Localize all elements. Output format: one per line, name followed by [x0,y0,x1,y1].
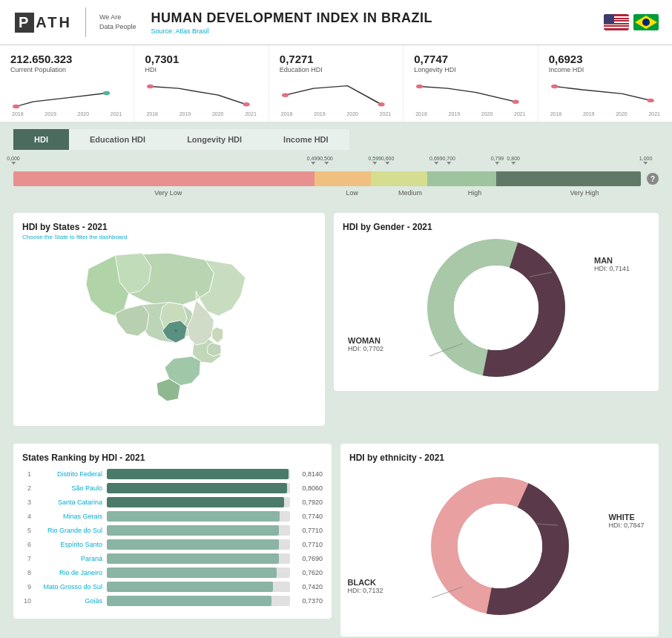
tab-income_hdi[interactable]: Income HDI [263,129,349,150]
bar-fill [107,539,279,550]
svg-point-9 [416,85,423,88]
scale-marker-0,800: 0,800 [507,156,520,165]
bar-value: 0,8140 [294,470,323,478]
scale-cat-label-medium: Medium [381,189,439,197]
brazil-flag[interactable] [633,14,659,30]
bar-value: 0,7710 [294,527,323,534]
help-icon[interactable]: ? [647,173,659,185]
bar-row-9: 9 Mato Grosso do Sul 0,7420 [22,582,323,592]
woman-label: WOMAN HDI: 0,7702 [348,336,383,352]
sparkline-income_hdi: 2018201920202021 [549,76,662,117]
gender-donut-svg [422,234,570,382]
us-flag[interactable] [604,14,629,30]
ethnicity-card: HDI by ethnicity - 2021 WHITE HDI: 0,784… [340,444,659,637]
bar-name: Distrito Federal [36,470,102,478]
bottom-row: States Ranking by HDI - 2021 1 Distrito … [0,444,672,638]
gender-title: HDI by Gender - 2021 [343,222,650,232]
tab-hdi[interactable]: HDI [13,129,69,150]
tabs-row: HDIEducation HDILongevity HDIIncome HDI [0,122,672,150]
metric-card-hdi: 0,7301 HDI 2018201920202021 [134,45,269,122]
scale-marker-0,699: 0,699 [429,156,443,165]
scale-cat-label-very-low: Very Low [13,189,323,197]
metric-label-income_hdi: Income HDI [549,66,662,73]
bar-rank: 4 [22,513,31,520]
svg-point-7 [282,93,289,97]
brazil-map[interactable] [22,246,316,417]
states-ranking-col: States Ranking by HDI - 2021 1 Distrito … [13,444,332,637]
map-subtitle: Choose the State to filter the dashboard [22,234,316,240]
bar-name: São Paulo [36,484,102,492]
bar-track [107,497,290,507]
scale-segment [427,171,496,186]
bar-fill [107,568,277,578]
sparkline-education_hdi: 2018201920202021 [280,76,392,117]
scale-marker-0,700: 0,700 [442,156,455,165]
bar-name: Santa Catarina [36,499,102,506]
bar-row-2: 2 São Paulo 0,8060 [22,483,323,493]
flag-area [604,14,659,30]
tab-longevity_hdi[interactable]: Longevity HDI [166,129,263,150]
svg-point-12 [647,99,653,102]
bar-fill [107,582,273,592]
bar-row-7: 7 Paraná 0,7690 [22,553,323,564]
gender-card: HDI by Gender - 2021 MAN [334,213,659,391]
bar-value: 0,7920 [294,499,323,506]
bar-card: States Ranking by HDI - 2021 1 Distrito … [13,444,332,619]
svg-point-8 [378,102,384,106]
svg-point-13 [174,329,177,332]
bar-rank: 2 [22,484,31,492]
bar-track [107,582,290,592]
metric-label-longevity_hdi: Longevity HDI [414,66,527,73]
bar-rank: 1 [22,470,31,478]
bar-fill [107,497,284,507]
bar-rank: 8 [22,569,31,576]
bar-value: 0,7740 [294,513,323,520]
bar-name: Goiás [36,597,102,605]
bar-value: 0,8060 [294,484,323,492]
metric-value-hdi: 0,7301 [145,53,257,65]
bar-track [107,483,290,493]
bar-row-5: 5 Rio Grande do Sul 0,7710 [22,525,323,536]
scale-top-labels: 0,0000,4990,5000,5990,6000,6990,7000,799… [13,156,659,169]
scale-cat-label-low: Low [323,189,381,197]
main-content: HDI by States - 2021 Choose the State to… [0,204,672,444]
bar-row-10: 10 Goiás 0,7370 [22,596,323,606]
scale-segment [314,171,371,186]
scale-marker-0,600: 0,600 [381,156,395,165]
header: P ATH We Are Data People HUMAN DEVELOPME… [0,0,672,45]
spark-years-income_hdi: 2018201920202021 [549,111,662,116]
left-panel: HDI by States - 2021 Choose the State to… [13,213,325,435]
bar-rank: 5 [22,527,31,534]
metric-label-education_hdi: Education HDI [280,66,392,73]
right-panel: HDI by Gender - 2021 MAN [334,213,659,435]
svg-point-11 [551,85,558,88]
svg-point-6 [243,102,250,106]
gender-donut: MAN HDI: 0,7141 WOMAN HDI: 0,7702 [343,234,650,382]
bar-track [107,596,290,606]
scale-cat-label-very-high: Very High [510,189,659,197]
metric-card-income_hdi: 0,6923 Income HDI 2018201920202021 [538,45,672,122]
bar-track [107,469,290,479]
sparkline-hdi: 2018201920202021 [145,76,257,117]
metric-value-income_hdi: 0,6923 [549,53,662,65]
man-label: MAN HDI: 0,7141 [594,256,630,272]
bar-track [107,539,290,550]
scale-marker-0,799: 0,799 [491,156,504,165]
ethnicity-title: HDI by ethnicity - 2021 [349,453,650,463]
header-title-area: HUMAN DEVELOPMENT INDEX IN BRAZIL Source… [136,10,604,35]
map-title: HDI by States - 2021 [22,222,316,232]
metrics-row: 212.650.323 Current Population 201820192… [0,45,672,122]
spark-years-education_hdi: 2018201920202021 [280,111,392,116]
bar-rank: 10 [22,597,31,605]
scale-marker-1,000: 1,000 [639,156,653,165]
black-label: BLACK HDI: 0,7132 [348,578,383,594]
svg-point-2 [642,19,650,26]
logo-ath: ATH [36,14,72,31]
bar-value: 0,7690 [294,555,323,562]
scale-segment [13,171,314,186]
scale-marker-0,499: 0,499 [307,156,320,165]
ethnicity-col: HDI by ethnicity - 2021 WHITE HDI: 0,784… [340,444,659,637]
tab-education_hdi[interactable]: Education HDI [69,129,166,150]
scale-marker-0,599: 0,599 [368,156,381,165]
page-title: HUMAN DEVELOPMENT INDEX IN BRAZIL [151,10,604,26]
